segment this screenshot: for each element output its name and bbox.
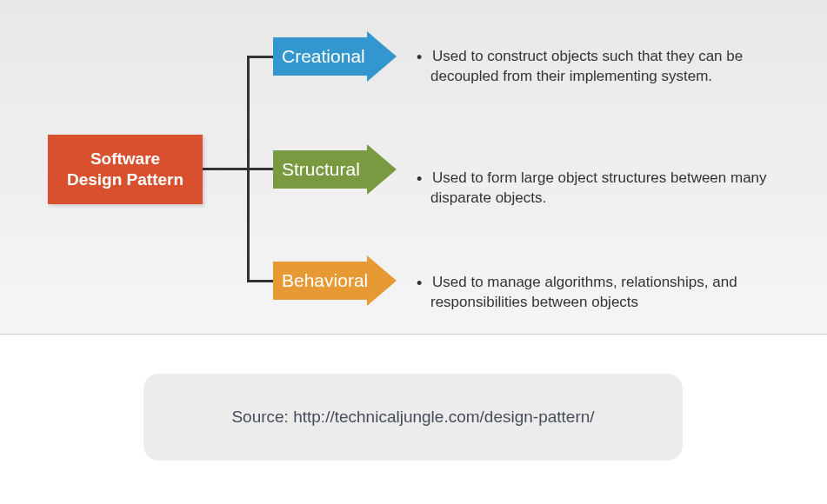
root-node: Software Design Pattern (48, 135, 203, 204)
connector-branch-structural (247, 168, 275, 170)
arrow-head-icon (367, 255, 397, 306)
arrow-label-structural: Structural (273, 150, 367, 189)
arrow-head-icon (367, 144, 397, 195)
connector-branch-behavioral (247, 280, 275, 282)
connector-trunk (203, 168, 250, 170)
arrow-head-icon (367, 31, 397, 82)
caption-text: Source: http://technicaljungle.com/desig… (231, 408, 594, 427)
description-text: Used to manage algorithms, relationships… (430, 274, 737, 310)
diagram-area: Software Design Pattern Creational Struc… (0, 0, 827, 335)
arrow-creational: Creational (273, 31, 403, 82)
caption-box: Source: http://technicaljungle.com/desig… (143, 374, 683, 461)
description-creational: Used to construct objects such that they… (430, 47, 796, 87)
description-text: Used to form large object structures bet… (430, 169, 767, 206)
connector-branch-creational (247, 56, 275, 58)
description-structural: Used to form large object structures bet… (430, 169, 796, 209)
description-text: Used to construct objects such that they… (430, 48, 743, 84)
arrow-structural: Structural (273, 144, 403, 195)
arrow-behavioral: Behavioral (273, 255, 403, 306)
root-line-1: Software (48, 149, 203, 169)
root-line-2: Design Pattern (48, 169, 203, 190)
arrow-label-behavioral: Behavioral (273, 262, 367, 300)
description-behavioral: Used to manage algorithms, relationships… (430, 273, 796, 313)
arrow-label-creational: Creational (273, 37, 367, 76)
